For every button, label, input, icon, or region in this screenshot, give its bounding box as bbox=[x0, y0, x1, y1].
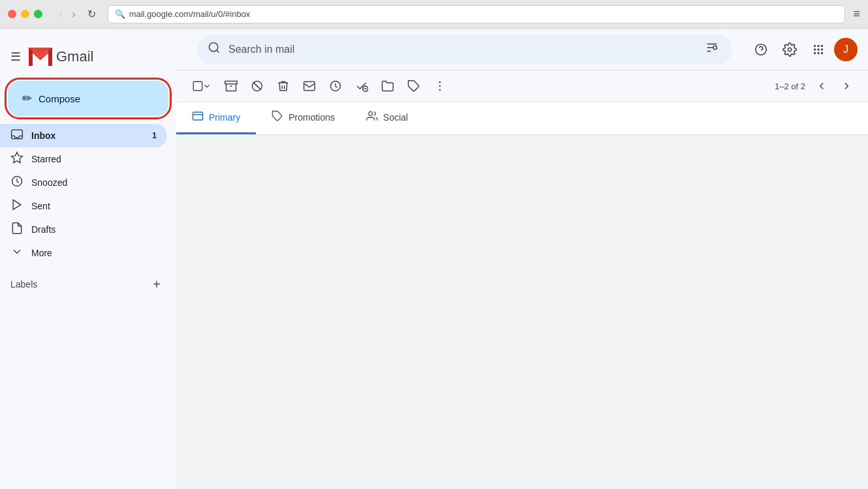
help-button[interactable] bbox=[748, 37, 774, 63]
svg-rect-0 bbox=[29, 48, 33, 66]
svg-point-12 bbox=[756, 44, 767, 55]
svg-point-23 bbox=[821, 52, 823, 53]
search-placeholder: Search in mail bbox=[228, 44, 694, 55]
browser-nav: ‹ › ↻ bbox=[55, 7, 100, 22]
svg-rect-29 bbox=[304, 82, 315, 90]
user-avatar-button[interactable]: J bbox=[834, 38, 858, 61]
traffic-lights bbox=[8, 10, 42, 18]
sidebar-item-drafts[interactable]: Drafts bbox=[0, 218, 167, 241]
back-button[interactable]: ‹ bbox=[55, 7, 67, 22]
refresh-button[interactable]: ↻ bbox=[84, 7, 100, 22]
settings-button[interactable] bbox=[777, 37, 803, 63]
next-page-button[interactable] bbox=[835, 76, 858, 96]
menu-icon[interactable]: ≡ bbox=[853, 7, 860, 20]
svg-marker-5 bbox=[13, 200, 21, 209]
apps-button[interactable] bbox=[805, 37, 831, 63]
search-filter-button[interactable] bbox=[702, 38, 722, 61]
spam-button[interactable] bbox=[245, 76, 269, 96]
sent-icon bbox=[10, 198, 23, 215]
sidebar-item-snoozed[interactable]: Snoozed bbox=[0, 171, 167, 194]
svg-rect-25 bbox=[225, 82, 237, 84]
star-icon bbox=[10, 151, 23, 168]
select-all-button[interactable] bbox=[187, 76, 217, 96]
snooze-toolbar-button[interactable] bbox=[324, 76, 347, 96]
chevron-down-icon bbox=[10, 245, 23, 261]
labels-title: Labels bbox=[10, 279, 37, 289]
hamburger-button[interactable]: ☰ bbox=[5, 44, 26, 69]
drafts-icon bbox=[10, 222, 23, 238]
svg-point-34 bbox=[439, 82, 441, 83]
sidebar-item-drafts-label: Drafts bbox=[31, 224, 157, 235]
svg-point-19 bbox=[817, 48, 819, 50]
compose-button[interactable]: ✏ Compose bbox=[8, 81, 168, 116]
sidebar-item-snoozed-label: Snoozed bbox=[31, 177, 157, 188]
svg-rect-37 bbox=[193, 112, 203, 120]
titlebar: ‹ › ↻ 🔍 mail.google.com/mail/u/0/#inbox … bbox=[0, 0, 868, 29]
archive-button[interactable] bbox=[219, 76, 243, 96]
compose-pencil-icon: ✏ bbox=[22, 91, 32, 106]
svg-point-39 bbox=[369, 111, 373, 115]
topbar-right-icons: J bbox=[748, 37, 858, 63]
maximize-button[interactable] bbox=[34, 10, 42, 18]
topbar: Search in mail bbox=[176, 29, 868, 70]
svg-line-7 bbox=[217, 50, 219, 53]
svg-point-35 bbox=[439, 85, 441, 87]
svg-point-14 bbox=[788, 48, 792, 52]
forward-button[interactable]: › bbox=[68, 7, 79, 22]
labels-section-header: Labels + bbox=[0, 265, 176, 296]
svg-point-6 bbox=[209, 43, 218, 52]
snooze-icon bbox=[10, 175, 23, 191]
tab-social[interactable]: Social bbox=[350, 102, 424, 134]
svg-marker-3 bbox=[12, 152, 23, 162]
tab-primary[interactable]: Primary bbox=[176, 102, 256, 134]
sidebar-item-more[interactable]: More bbox=[0, 241, 167, 265]
mark-done-button[interactable] bbox=[350, 76, 373, 96]
close-button[interactable] bbox=[8, 10, 16, 18]
email-list bbox=[176, 135, 868, 489]
mark-unread-button[interactable] bbox=[298, 76, 321, 96]
tab-promotions[interactable]: Promotions bbox=[256, 102, 350, 134]
prev-page-button[interactable] bbox=[811, 76, 833, 96]
minimize-button[interactable] bbox=[21, 10, 29, 18]
compose-label: Compose bbox=[39, 93, 80, 104]
sidebar-inbox-badge: 1 bbox=[152, 131, 157, 140]
sidebar-item-more-label: More bbox=[31, 248, 157, 258]
sidebar-item-sent[interactable]: Sent bbox=[0, 194, 167, 218]
promotions-tab-label: Promotions bbox=[288, 112, 335, 123]
titlebar-right: ≡ bbox=[853, 7, 860, 21]
table-row[interactable] bbox=[176, 140, 868, 173]
app-body: ☰ Gmail ✏ Compose bbox=[0, 29, 868, 489]
table-row[interactable] bbox=[176, 173, 868, 205]
primary-tab-icon bbox=[192, 110, 204, 125]
gmail-logo bbox=[29, 48, 52, 66]
svg-point-36 bbox=[439, 89, 441, 91]
svg-point-18 bbox=[814, 48, 816, 50]
sidebar-item-inbox[interactable]: Inbox 1 bbox=[0, 124, 167, 147]
sidebar: ☰ Gmail ✏ Compose bbox=[0, 29, 176, 489]
sidebar-item-starred-label: Starred bbox=[31, 154, 157, 164]
email-toolbar: 1–2 of 2 bbox=[176, 70, 868, 102]
main-content: Search in mail bbox=[176, 29, 868, 489]
svg-rect-1 bbox=[48, 48, 52, 66]
delete-button[interactable] bbox=[271, 76, 295, 96]
primary-tab-label: Primary bbox=[209, 112, 240, 123]
promotions-tab-icon bbox=[271, 110, 283, 125]
address-bar: 🔍 mail.google.com/mail/u/0/#inbox bbox=[108, 5, 846, 23]
search-icon bbox=[208, 41, 221, 57]
label-button[interactable] bbox=[402, 76, 426, 96]
svg-point-17 bbox=[821, 44, 823, 46]
inbox-icon bbox=[10, 128, 23, 144]
pagination-controls: 1–2 of 2 bbox=[775, 76, 858, 96]
gmail-text: Gmail bbox=[56, 48, 93, 65]
add-label-button[interactable]: + bbox=[147, 275, 166, 293]
search-bar[interactable]: Search in mail bbox=[197, 35, 732, 65]
inbox-tabs: Primary Promotions bbox=[176, 102, 868, 135]
svg-point-15 bbox=[814, 44, 816, 46]
more-actions-button[interactable] bbox=[428, 76, 452, 96]
svg-point-11 bbox=[713, 46, 717, 50]
gmail-logo-area: ☰ Gmail bbox=[0, 34, 176, 76]
move-to-button[interactable] bbox=[376, 76, 399, 96]
svg-point-20 bbox=[821, 48, 823, 50]
sidebar-item-starred[interactable]: Starred bbox=[0, 147, 167, 171]
svg-point-21 bbox=[814, 52, 816, 53]
